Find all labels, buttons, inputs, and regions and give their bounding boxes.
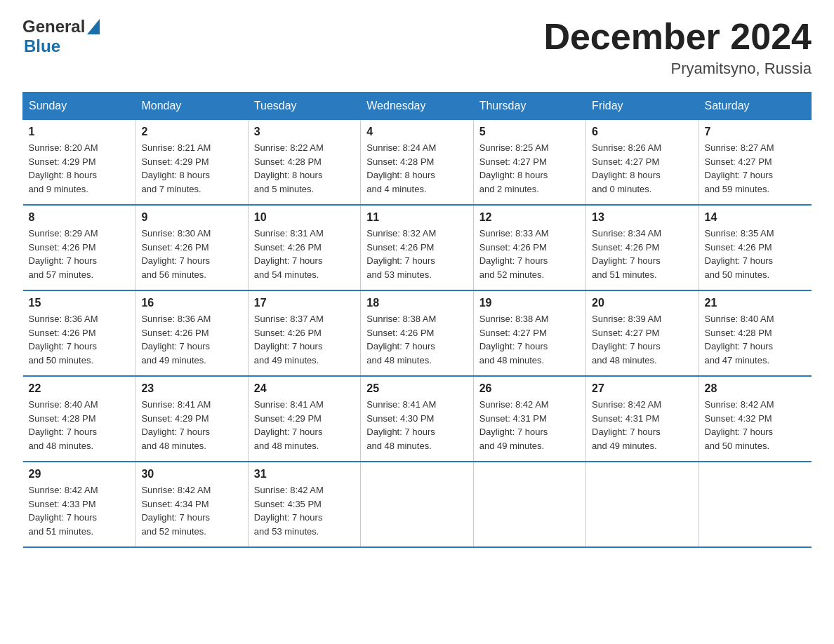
day-number: 26 <box>479 382 580 395</box>
day-info: Sunrise: 8:39 AM Sunset: 4:27 PM Dayligh… <box>592 312 692 367</box>
day-info: Sunrise: 8:24 AM Sunset: 4:28 PM Dayligh… <box>366 141 467 196</box>
weekday-header: Tuesday <box>248 93 360 120</box>
day-number: 14 <box>705 211 806 224</box>
day-number: 15 <box>29 297 130 309</box>
calendar-day-cell: 24Sunrise: 8:41 AM Sunset: 4:29 PM Dayli… <box>248 376 360 462</box>
logo: General Blue <box>22 17 100 56</box>
calendar-day-cell: 15Sunrise: 8:36 AM Sunset: 4:26 PM Dayli… <box>23 290 135 376</box>
day-number: 11 <box>366 211 467 224</box>
calendar-day-cell: 12Sunrise: 8:33 AM Sunset: 4:26 PM Dayli… <box>473 205 585 290</box>
day-number: 31 <box>254 468 355 481</box>
day-info: Sunrise: 8:34 AM Sunset: 4:26 PM Dayligh… <box>592 227 692 281</box>
day-info: Sunrise: 8:42 AM Sunset: 4:32 PM Dayligh… <box>705 398 806 452</box>
day-info: Sunrise: 8:36 AM Sunset: 4:26 PM Dayligh… <box>29 312 130 367</box>
day-number: 1 <box>29 126 130 138</box>
day-number: 9 <box>141 211 241 224</box>
calendar-day-cell: 23Sunrise: 8:41 AM Sunset: 4:29 PM Dayli… <box>135 376 248 462</box>
day-number: 2 <box>141 126 241 138</box>
calendar-week-row: 1Sunrise: 8:20 AM Sunset: 4:29 PM Daylig… <box>23 120 812 206</box>
day-info: Sunrise: 8:42 AM Sunset: 4:31 PM Dayligh… <box>592 398 692 452</box>
calendar-title: December 2024 <box>543 17 812 57</box>
day-info: Sunrise: 8:40 AM Sunset: 4:28 PM Dayligh… <box>705 312 806 367</box>
day-number: 19 <box>479 297 580 309</box>
day-info: Sunrise: 8:27 AM Sunset: 4:27 PM Dayligh… <box>705 141 806 196</box>
day-number: 12 <box>479 211 580 224</box>
day-number: 10 <box>254 211 355 224</box>
calendar-day-cell <box>473 462 585 547</box>
day-info: Sunrise: 8:42 AM Sunset: 4:35 PM Dayligh… <box>254 483 355 538</box>
calendar-table: SundayMondayTuesdayWednesdayThursdayFrid… <box>22 92 812 548</box>
day-number: 22 <box>29 382 130 395</box>
day-info: Sunrise: 8:26 AM Sunset: 4:27 PM Dayligh… <box>592 141 692 196</box>
day-info: Sunrise: 8:42 AM Sunset: 4:33 PM Dayligh… <box>29 483 130 538</box>
day-number: 29 <box>29 468 130 481</box>
calendar-day-cell <box>699 462 811 547</box>
day-info: Sunrise: 8:42 AM Sunset: 4:31 PM Dayligh… <box>479 398 580 452</box>
day-number: 20 <box>592 297 692 309</box>
calendar-day-cell: 26Sunrise: 8:42 AM Sunset: 4:31 PM Dayli… <box>473 376 585 462</box>
day-number: 13 <box>592 211 692 224</box>
calendar-day-cell: 22Sunrise: 8:40 AM Sunset: 4:28 PM Dayli… <box>23 376 135 462</box>
day-info: Sunrise: 8:25 AM Sunset: 4:27 PM Dayligh… <box>479 141 580 196</box>
day-number: 28 <box>705 382 806 395</box>
calendar-day-cell: 29Sunrise: 8:42 AM Sunset: 4:33 PM Dayli… <box>23 462 135 547</box>
day-info: Sunrise: 8:35 AM Sunset: 4:26 PM Dayligh… <box>705 227 806 281</box>
weekday-header: Sunday <box>23 93 135 120</box>
calendar-day-cell <box>586 462 699 547</box>
logo-triangle-icon <box>87 19 100 37</box>
day-info: Sunrise: 8:41 AM Sunset: 4:29 PM Dayligh… <box>254 398 355 452</box>
calendar-day-cell: 9Sunrise: 8:30 AM Sunset: 4:26 PM Daylig… <box>135 205 248 290</box>
weekday-header: Wednesday <box>361 93 473 120</box>
day-number: 18 <box>366 297 467 309</box>
header: General Blue December 2024 Pryamitsyno, … <box>22 17 812 78</box>
calendar-day-cell: 3Sunrise: 8:22 AM Sunset: 4:28 PM Daylig… <box>248 120 360 206</box>
calendar-day-cell: 20Sunrise: 8:39 AM Sunset: 4:27 PM Dayli… <box>586 290 699 376</box>
day-number: 23 <box>141 382 241 395</box>
day-number: 4 <box>366 126 467 138</box>
day-info: Sunrise: 8:32 AM Sunset: 4:26 PM Dayligh… <box>366 227 467 281</box>
weekday-header: Monday <box>135 93 248 120</box>
day-info: Sunrise: 8:38 AM Sunset: 4:26 PM Dayligh… <box>366 312 467 367</box>
weekday-header: Saturday <box>699 93 811 120</box>
weekday-header-row: SundayMondayTuesdayWednesdayThursdayFrid… <box>23 93 812 120</box>
day-number: 24 <box>254 382 355 395</box>
logo-blue-text: Blue <box>24 36 60 55</box>
calendar-week-row: 15Sunrise: 8:36 AM Sunset: 4:26 PM Dayli… <box>23 290 812 376</box>
calendar-day-cell: 5Sunrise: 8:25 AM Sunset: 4:27 PM Daylig… <box>473 120 585 206</box>
day-number: 6 <box>592 126 692 138</box>
svg-marker-0 <box>87 19 100 34</box>
calendar-day-cell: 28Sunrise: 8:42 AM Sunset: 4:32 PM Dayli… <box>699 376 811 462</box>
day-info: Sunrise: 8:41 AM Sunset: 4:30 PM Dayligh… <box>366 398 467 452</box>
calendar-day-cell: 8Sunrise: 8:29 AM Sunset: 4:26 PM Daylig… <box>23 205 135 290</box>
day-number: 7 <box>705 126 806 138</box>
weekday-header: Thursday <box>473 93 585 120</box>
calendar-week-row: 8Sunrise: 8:29 AM Sunset: 4:26 PM Daylig… <box>23 205 812 290</box>
logo-general-text: General <box>22 17 85 36</box>
day-info: Sunrise: 8:38 AM Sunset: 4:27 PM Dayligh… <box>479 312 580 367</box>
calendar-day-cell: 19Sunrise: 8:38 AM Sunset: 4:27 PM Dayli… <box>473 290 585 376</box>
day-info: Sunrise: 8:29 AM Sunset: 4:26 PM Dayligh… <box>29 227 130 281</box>
title-area: December 2024 Pryamitsyno, Russia <box>543 17 812 78</box>
calendar-day-cell: 30Sunrise: 8:42 AM Sunset: 4:34 PM Dayli… <box>135 462 248 547</box>
calendar-day-cell: 17Sunrise: 8:37 AM Sunset: 4:26 PM Dayli… <box>248 290 360 376</box>
calendar-day-cell: 1Sunrise: 8:20 AM Sunset: 4:29 PM Daylig… <box>23 120 135 206</box>
day-info: Sunrise: 8:20 AM Sunset: 4:29 PM Dayligh… <box>29 141 130 196</box>
day-info: Sunrise: 8:40 AM Sunset: 4:28 PM Dayligh… <box>29 398 130 452</box>
day-number: 3 <box>254 126 355 138</box>
calendar-day-cell: 31Sunrise: 8:42 AM Sunset: 4:35 PM Dayli… <box>248 462 360 547</box>
day-number: 16 <box>141 297 241 309</box>
calendar-week-row: 22Sunrise: 8:40 AM Sunset: 4:28 PM Dayli… <box>23 376 812 462</box>
calendar-day-cell: 11Sunrise: 8:32 AM Sunset: 4:26 PM Dayli… <box>361 205 473 290</box>
day-number: 8 <box>29 211 130 224</box>
day-info: Sunrise: 8:42 AM Sunset: 4:34 PM Dayligh… <box>141 483 241 538</box>
calendar-day-cell: 18Sunrise: 8:38 AM Sunset: 4:26 PM Dayli… <box>361 290 473 376</box>
day-info: Sunrise: 8:41 AM Sunset: 4:29 PM Dayligh… <box>141 398 241 452</box>
day-info: Sunrise: 8:36 AM Sunset: 4:26 PM Dayligh… <box>141 312 241 367</box>
day-info: Sunrise: 8:37 AM Sunset: 4:26 PM Dayligh… <box>254 312 355 367</box>
calendar-day-cell: 14Sunrise: 8:35 AM Sunset: 4:26 PM Dayli… <box>699 205 811 290</box>
calendar-day-cell: 10Sunrise: 8:31 AM Sunset: 4:26 PM Dayli… <box>248 205 360 290</box>
day-info: Sunrise: 8:33 AM Sunset: 4:26 PM Dayligh… <box>479 227 580 281</box>
calendar-day-cell: 7Sunrise: 8:27 AM Sunset: 4:27 PM Daylig… <box>699 120 811 206</box>
calendar-day-cell: 4Sunrise: 8:24 AM Sunset: 4:28 PM Daylig… <box>361 120 473 206</box>
calendar-day-cell: 27Sunrise: 8:42 AM Sunset: 4:31 PM Dayli… <box>586 376 699 462</box>
